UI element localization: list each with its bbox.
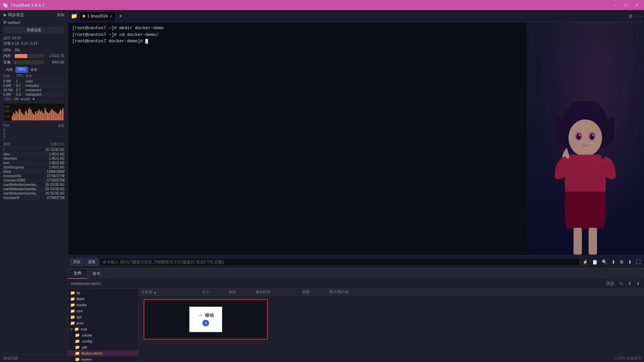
tree-label: media — [77, 303, 87, 307]
app-title: FinalShell 3.9.5.7 — [11, 3, 44, 8]
tree-item-lib64[interactable]: 📁 lib64 — [68, 296, 138, 302]
fm-upload-icon[interactable]: ⬆ — [627, 280, 633, 287]
tree-item-docker-demo[interactable]: 📁 docker-demo — [68, 350, 138, 356]
tree-label: myenv — [81, 357, 92, 361]
disk-row-7[interactable]: /run/user/1000 377M/377M — [2, 178, 66, 183]
network-section: 33K 23K 11K — [0, 102, 68, 123]
tree-item-media[interactable]: 📁 media — [68, 302, 138, 308]
tab-mem[interactable]: 内存 — [3, 67, 15, 73]
net-up: ↑2K — [13, 97, 19, 101]
tab-label: 1 linux2024 — [87, 14, 108, 18]
process-row-1[interactable]: 6.6M 0.7 vmtoolsd — [2, 84, 66, 88]
fh-type[interactable]: 类型 — [226, 290, 253, 295]
terminal-area[interactable]: [root@centos7 ~]# mkdir docker-demo [roo… — [68, 22, 644, 255]
tab-cmd[interactable]: 命令 — [28, 67, 40, 73]
disk-row-4[interactable]: /sys/fs/cgroup 1.8G/1.8G — [2, 165, 66, 169]
disk-row-0[interactable]: / 28.7G/35.8G — [2, 148, 66, 152]
disk-row-5[interactable]: /boot 139M/296M — [2, 169, 66, 174]
folder-icon: 📁 — [70, 309, 75, 313]
zero-1: 0 — [3, 128, 64, 132]
tree-item-lib[interactable]: 📁 lib — [68, 290, 138, 296]
tab-close-icon[interactable]: ✕ — [110, 14, 112, 18]
tree-item-root[interactable]: ▽ 📁 root — [68, 326, 138, 332]
history-button[interactable]: 历史 — [70, 258, 84, 266]
tree-item-cache[interactable]: 📁 .cache — [68, 332, 138, 338]
csdn-watermark: CSDN @温柔哥 — [615, 356, 641, 361]
fh-size[interactable]: 大小 — [199, 290, 226, 295]
folder-icon: 📁 — [70, 321, 75, 325]
disk-row-6[interactable]: /run/user/42 377M/377M — [2, 174, 66, 178]
fh-modified[interactable]: 修改时间 — [253, 290, 300, 295]
folder-icon-button[interactable]: 📁 — [69, 11, 79, 21]
disk-row-2[interactable]: /dev/shm 1.8G/1.8G — [2, 156, 66, 161]
svg-point-7 — [592, 135, 594, 136]
swap-resource: 交换 3M/3.9G — [0, 59, 68, 65]
tree-item-myenv[interactable]: 📁 myenv — [68, 356, 138, 362]
tree-item-opt[interactable]: 📁 opt — [68, 314, 138, 320]
tree-item-pki[interactable]: 📁 .pki — [68, 344, 138, 350]
runtime-label: 运行 16:10 — [3, 36, 64, 41]
tab-cpu[interactable]: CPU — [15, 67, 28, 73]
net-expand-icon: ▼ — [32, 97, 35, 101]
fm-history-button[interactable]: 历史 — [605, 280, 616, 287]
fm-download2-icon[interactable]: ⬇ — [635, 280, 641, 287]
swap-label: 交换 — [3, 60, 13, 65]
disk-row-1[interactable]: /dev 1.8G/1.8G — [2, 152, 66, 156]
disk-row-9[interactable]: /var/lib/docker/overlay... 28.7G/35.8G — [2, 187, 66, 191]
disk-row-10[interactable]: /var/lib/docker/overlay... 28.7G/35.8G — [2, 191, 66, 196]
cmd-input-bar: 历史 选项 ⚡ 📋 🔍 ⬇ ⚙ ⬆ ⛶ — [68, 255, 644, 268]
copy-button[interactable]: 复制 — [57, 12, 64, 17]
close-button[interactable]: × — [632, 1, 641, 9]
upload2-icon[interactable]: ⬆ — [627, 259, 633, 265]
folder-icon: 📁 — [75, 351, 80, 356]
folder-icon: 📁 — [70, 291, 75, 295]
disk-section: 路径 可用/大小 / 28.7G/35.8G /dev 1.8G/1.8G /d… — [0, 140, 68, 354]
clipboard-icon[interactable]: 📋 — [591, 259, 599, 265]
fm-tab-bar: 文件 命令 — [68, 269, 644, 279]
fh-owner[interactable]: 用户/用户组 — [327, 290, 644, 295]
omsec-label: 0ms — [3, 123, 10, 128]
disk-row-8[interactable]: /var/lib/docker/overlay... 28.7G/35.8G — [2, 183, 66, 187]
split-view-icon[interactable]: ⊞ — [627, 13, 634, 19]
net-down: ↓32K — [3, 97, 11, 101]
minimize-button[interactable]: − — [610, 1, 620, 9]
fh-name[interactable]: 文件名 ▲ — [139, 290, 199, 295]
terminal-tab[interactable]: 1 linux2024 ✕ — [79, 11, 116, 21]
tree-label: root — [81, 327, 87, 331]
activation-row[interactable]: 激活/升级 — [0, 354, 68, 362]
fm-content: 📁 lib 📁 lib64 📁 media 📁 mnt — [68, 289, 644, 362]
fh-perm[interactable]: 权限 — [300, 290, 327, 295]
more-options-icon[interactable]: ⋯ — [635, 13, 643, 19]
sys-info-button[interactable]: 系统信息 — [3, 27, 64, 34]
folder-icon: 📁 — [74, 327, 79, 331]
options-button[interactable]: 选项 — [85, 258, 98, 266]
search-icon[interactable]: 🔍 — [600, 259, 609, 265]
tree-item-mnt[interactable]: 📁 mnt — [68, 308, 138, 314]
disk-row-3[interactable]: /run 1.8G/1.8G — [2, 161, 66, 165]
fm-refresh-icon[interactable]: ↻ — [618, 280, 625, 287]
anime-decoration — [527, 22, 644, 255]
process-row-3[interactable]: 1.4M 0.3 sedispatch — [2, 92, 66, 97]
omsec-section: 0ms 本机 0 0 0 — [0, 123, 68, 140]
lightning-icon[interactable]: ⚡ — [581, 259, 589, 265]
maximize-button[interactable]: □ — [621, 1, 631, 9]
fm-tab-commands[interactable]: 命令 — [87, 269, 106, 279]
tree-label: lib64 — [77, 297, 84, 301]
disk-row-11[interactable]: /run/user/0 377M/377M — [2, 196, 66, 200]
add-tab-button[interactable]: + — [116, 12, 125, 20]
cpu-resource: CPU 0% — [0, 47, 68, 53]
tree-item-config[interactable]: 📁 .config — [68, 338, 138, 344]
tab-bar: 📁 1 linux2024 ✕ + ⊞ ⋯ — [68, 10, 644, 22]
download-icon[interactable]: ⬇ — [610, 259, 617, 265]
svg-point-1 — [568, 119, 602, 156]
file-tree: 📁 lib 📁 lib64 📁 media 📁 mnt — [68, 289, 139, 362]
fm-tab-files[interactable]: 文件 — [68, 269, 87, 279]
process-row-2[interactable]: 40.5M 0.7 containerd — [2, 88, 66, 92]
drag-arrow-icon: → — [198, 312, 203, 318]
process-row-0[interactable]: 5.9M 1 sshd — [2, 79, 66, 84]
command-input[interactable] — [100, 258, 580, 266]
fullscreen-icon[interactable]: ⛶ — [635, 259, 642, 265]
runtime-info: 运行 16:10 负载 0.18, 0.14, 0.14 — [0, 34, 68, 47]
tree-item-proc[interactable]: 📁 proc — [68, 320, 138, 326]
settings-icon[interactable]: ⚙ — [618, 259, 625, 265]
